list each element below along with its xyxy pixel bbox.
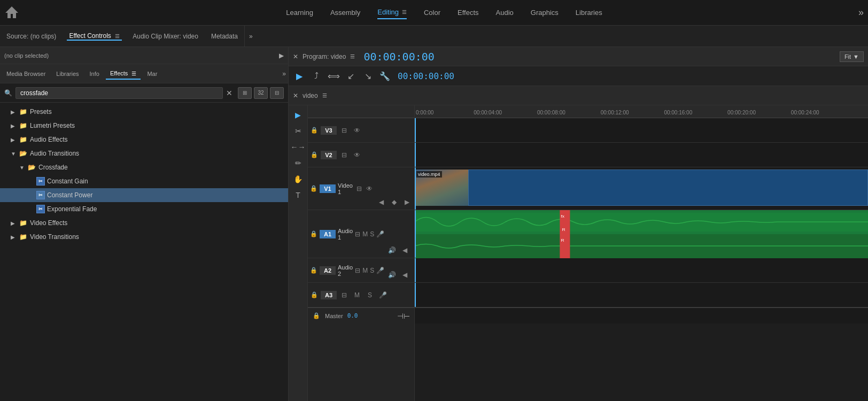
tab-info[interactable]: Info (86, 68, 104, 79)
tree-item-constant-power[interactable]: ▶ ✂ Constant Power (0, 188, 288, 202)
a1-label[interactable]: A1 (320, 230, 336, 238)
audio-clip-a1-bottom[interactable]: R (415, 234, 868, 258)
a2-mute[interactable]: M (362, 265, 368, 276)
v2-label[interactable]: V2 (321, 151, 337, 159)
nav-effects-top[interactable]: Effects (458, 6, 479, 19)
monitor-select-tool[interactable]: ▶ (293, 70, 306, 82)
tree-item-constant-gain[interactable]: ▶ ✂ Constant Gain (0, 174, 288, 188)
nav-color[interactable]: Color (424, 6, 440, 19)
v3-lock-icon[interactable]: 🔒 (310, 126, 319, 135)
nav-audio[interactable]: Audio (496, 6, 514, 19)
nav-editing[interactable]: Editing ☰ (377, 6, 407, 19)
tool-ripple-edit[interactable]: ✂ (291, 124, 306, 138)
presets-label: Presets (30, 108, 52, 115)
waveform-a1-bottom: R (415, 234, 868, 258)
a2-solo[interactable]: S (370, 265, 374, 276)
tree-item-audio-effects[interactable]: ▶ 📁 Audio Effects (0, 133, 288, 146)
v1-label[interactable]: V1 (320, 184, 336, 193)
v1-toggle-sync[interactable]: ⊟ (355, 183, 363, 194)
monitor-wrench[interactable]: 🔧 (378, 70, 391, 82)
v1-prev-keyframe[interactable]: ◀ (376, 197, 386, 207)
a1-mute[interactable]: M (362, 229, 368, 240)
a3-sync[interactable]: ⊟ (339, 290, 350, 300)
a2-label[interactable]: A2 (320, 266, 336, 275)
tree-item-crossfade[interactable]: ▼ 📂 Crossfade (0, 160, 288, 174)
a1-mic[interactable]: 🎤 (376, 229, 384, 240)
a3-label[interactable]: A3 (321, 291, 337, 299)
tree-item-lumetri-presets[interactable]: ▶ 📁 Lumetri Presets (0, 119, 288, 133)
search-32-button[interactable]: 32 (254, 87, 268, 99)
v1-lock-icon[interactable]: 🔒 (310, 184, 317, 193)
second-bar-more[interactable]: » (245, 26, 257, 47)
nav-more-button[interactable]: » (858, 7, 864, 18)
tree-item-audio-transitions[interactable]: ▼ 📂 Audio Transitions (0, 146, 288, 160)
clip-info-arrow[interactable]: ▶ (279, 52, 284, 59)
effect-controls-tab[interactable]: Effect Controls ☰ (67, 32, 122, 41)
tool-track-select[interactable]: ←→ (291, 140, 306, 155)
tool-text[interactable]: T (291, 188, 306, 203)
video-clip-thumb[interactable]: video.mp4 (415, 169, 468, 206)
monitor-menu-icon[interactable]: ☰ (350, 53, 355, 59)
a1-solo[interactable]: S (370, 229, 374, 240)
a2-mic[interactable]: 🎤 (376, 265, 384, 276)
a1-sync[interactable]: ⊟ (355, 229, 360, 240)
a3-mic[interactable]: 🎤 (377, 290, 388, 300)
tab-effects[interactable]: Effects ☰ (106, 68, 141, 80)
audio-clip-mixer-tab[interactable]: Audio Clip Mixer: video (130, 33, 200, 40)
time-ruler: 0:00:00 00:00:04:00 00:00:08:00 00:00:12… (415, 105, 868, 118)
v3-visibility[interactable]: 👁 (352, 125, 362, 136)
a1-lock-icon[interactable]: 🔒 (310, 230, 317, 238)
tab-libraries[interactable]: Libraries (52, 68, 83, 79)
nav-learning[interactable]: Learning (286, 6, 313, 19)
a2-sync[interactable]: ⊟ (355, 265, 360, 276)
v3-label[interactable]: V3 (321, 126, 337, 135)
a1-prev-kf[interactable]: ◀ (399, 245, 410, 256)
monitor-close-button[interactable]: ✕ (293, 53, 298, 60)
nav-libraries[interactable]: Libraries (576, 6, 602, 19)
tab-media-browser[interactable]: Media Browser (2, 68, 50, 79)
a3-mute[interactable]: M (352, 290, 362, 300)
tabs-more-button[interactable]: » (282, 70, 286, 78)
tree-item-video-effects[interactable]: ▶ 📁 Video Effects (0, 216, 288, 230)
monitor-fit-dropdown[interactable]: Fit ▼ (840, 51, 864, 62)
nav-assembly[interactable]: Assembly (330, 6, 360, 19)
metadata-tab[interactable]: Metadata (209, 33, 240, 40)
monitor-ripple-edit[interactable]: ⤴ (310, 70, 323, 82)
tree-item-exponential-fade[interactable]: ▶ ✂ Exponential Fade (0, 202, 288, 216)
tab-mar[interactable]: Mar (143, 68, 161, 79)
v3-toggle-sync[interactable]: ⊟ (339, 125, 350, 136)
a3-solo[interactable]: S (365, 290, 375, 300)
home-button[interactable] (4, 4, 21, 21)
video-transitions-folder-icon: 📁 (19, 233, 28, 241)
master-lock-icon[interactable]: 🔒 (312, 312, 321, 320)
a2-lock-icon[interactable]: 🔒 (310, 266, 317, 275)
monitor-rolling-edit[interactable]: ⟺ (327, 70, 340, 82)
audio-clip-a1-top[interactable]: fx R (415, 210, 868, 234)
master-expand-icon[interactable]: ⊣⊢ (397, 312, 410, 320)
search-list-icon[interactable]: ⊟ (270, 87, 284, 99)
v1-add-keyframe[interactable]: ◆ (389, 197, 399, 207)
a2-prev-kf[interactable]: ◀ (399, 269, 410, 280)
v1-visibility[interactable]: 👁 (365, 183, 374, 194)
nav-graphics[interactable]: Graphics (531, 6, 559, 19)
tree-item-video-transitions[interactable]: ▶ 📁 Video Transitions (0, 230, 288, 244)
v1-next-keyframe[interactable]: ▶ (401, 197, 412, 207)
search-folder-icon[interactable]: ⊞ (238, 87, 252, 99)
monitor-mark-out[interactable]: ↘ (361, 70, 374, 82)
tool-rolling-edit[interactable]: ✏ (291, 156, 306, 171)
tool-hand[interactable]: ✋ (291, 172, 306, 187)
tree-item-presets[interactable]: ▶ 📁 Presets (0, 105, 288, 119)
v2-toggle-sync[interactable]: ⊟ (339, 150, 350, 160)
v2-visibility[interactable]: 👁 (352, 150, 362, 160)
search-input[interactable] (15, 87, 223, 99)
video-effects-arrow: ▶ (11, 220, 17, 226)
timeline-menu-icon[interactable]: ☰ (322, 92, 327, 98)
a3-lock-icon[interactable]: 🔒 (310, 291, 319, 299)
tool-select[interactable]: ▶ (291, 107, 306, 122)
video-clip-blue-area[interactable] (468, 169, 868, 206)
source-tab[interactable]: Source: (no clips) (4, 33, 58, 40)
monitor-mark-in[interactable]: ↙ (344, 70, 357, 82)
v2-lock-icon[interactable]: 🔒 (310, 151, 319, 159)
timeline-close-button[interactable]: ✕ (293, 92, 298, 99)
search-clear-button[interactable]: ✕ (226, 89, 232, 97)
